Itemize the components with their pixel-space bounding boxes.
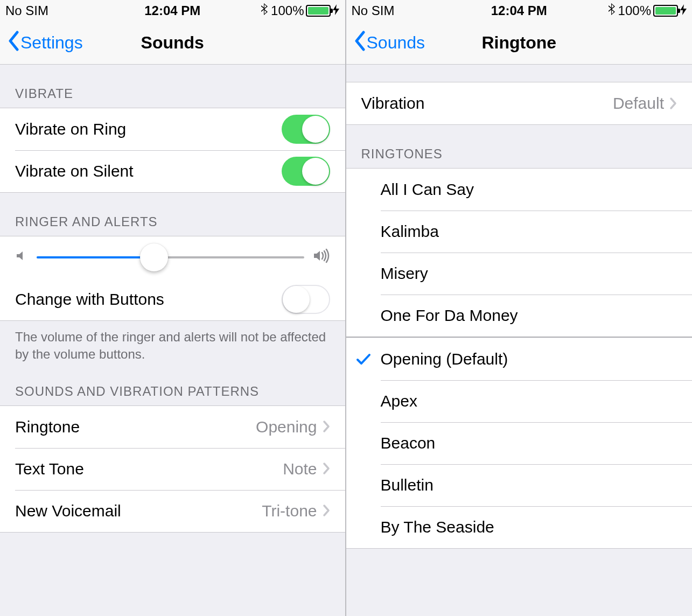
page-title: Sounds bbox=[141, 33, 204, 53]
label-text-tone: Text Tone bbox=[15, 460, 283, 478]
ringtone-label: By The Seaside bbox=[381, 518, 677, 536]
value-new-voicemail: Tri-tone bbox=[262, 502, 317, 520]
ringtone-item[interactable]: Bulletin bbox=[346, 464, 693, 506]
ringtone-item[interactable]: Kalimba bbox=[346, 211, 693, 253]
ringtone-label: Beacon bbox=[381, 434, 677, 452]
volume-high-icon bbox=[313, 248, 330, 268]
row-new-voicemail[interactable]: New Voicemail Tri-tone bbox=[0, 490, 345, 532]
section-header-sounds: SOUNDS AND VIBRATION PATTERNS bbox=[0, 369, 345, 405]
status-right: 100% bbox=[228, 3, 340, 19]
ringtone-item[interactable]: One For Da Money bbox=[346, 295, 693, 337]
chevron-left-icon bbox=[8, 31, 19, 55]
content-area: VIBRATE Vibrate on Ring Vibrate on Silen… bbox=[0, 65, 345, 616]
vibrate-group: Vibrate on Ring Vibrate on Silent bbox=[0, 108, 345, 193]
battery-icon bbox=[306, 5, 331, 17]
value-ringtone: Opening bbox=[256, 418, 317, 436]
vibration-group: Vibration Default bbox=[346, 82, 693, 125]
chevron-left-icon bbox=[354, 31, 366, 55]
bluetooth-icon bbox=[607, 3, 616, 19]
carrier-label: No SIM bbox=[5, 3, 117, 18]
clock-label: 12:04 PM bbox=[117, 3, 228, 18]
section-header-ringer: RINGER AND ALERTS bbox=[0, 193, 345, 236]
page-title: Ringtone bbox=[481, 33, 556, 53]
builtin-ringtones-group: Opening (Default) Apex Beacon Bulletin B… bbox=[346, 338, 693, 549]
ringtone-label: One For Da Money bbox=[381, 306, 677, 325]
volume-low-icon bbox=[15, 249, 28, 266]
label-vibrate-on-silent: Vibrate on Silent bbox=[15, 162, 282, 180]
toggle-change-with-buttons[interactable] bbox=[282, 285, 330, 314]
battery-icon bbox=[653, 5, 678, 17]
row-change-with-buttons[interactable]: Change with Buttons bbox=[0, 278, 345, 320]
ringtone-item[interactable]: Beacon bbox=[346, 422, 693, 464]
volume-slider-track[interactable] bbox=[37, 256, 304, 258]
back-button[interactable]: Settings bbox=[8, 31, 83, 55]
toggle-vibrate-on-silent[interactable] bbox=[282, 157, 330, 186]
back-label: Sounds bbox=[367, 33, 425, 53]
section-header-vibrate: VIBRATE bbox=[0, 65, 345, 108]
row-vibration[interactable]: Vibration Default bbox=[346, 82, 693, 124]
custom-ringtones-group: All I Can Say Kalimba Misery One For Da … bbox=[346, 168, 693, 337]
row-volume-slider[interactable] bbox=[0, 236, 345, 278]
label-vibrate-on-ring: Vibrate on Ring bbox=[15, 120, 282, 138]
label-vibration: Vibration bbox=[361, 94, 613, 113]
chevron-right-icon bbox=[323, 458, 330, 479]
row-vibrate-on-ring[interactable]: Vibrate on Ring bbox=[0, 108, 345, 150]
ringer-group: Change with Buttons bbox=[0, 236, 345, 321]
chevron-right-icon bbox=[323, 416, 330, 437]
charging-icon bbox=[680, 4, 687, 18]
toggle-vibrate-on-ring[interactable] bbox=[282, 115, 330, 144]
back-button[interactable]: Sounds bbox=[354, 31, 425, 55]
back-label: Settings bbox=[20, 33, 83, 53]
ringtone-label: Opening (Default) bbox=[381, 350, 677, 368]
sounds-group: Ringtone Opening Text Tone Note New Voic… bbox=[0, 405, 345, 533]
ringtone-label: Bulletin bbox=[381, 476, 677, 494]
nav-bar: Settings Sounds bbox=[0, 22, 345, 65]
row-vibrate-on-silent[interactable]: Vibrate on Silent bbox=[0, 150, 345, 192]
nav-bar: Sounds Ringtone bbox=[346, 22, 693, 65]
ringtone-item[interactable]: Misery bbox=[346, 253, 693, 295]
status-bar: No SIM 12:04 PM 100% bbox=[0, 0, 345, 22]
clock-label: 12:04 PM bbox=[463, 3, 575, 18]
chevron-right-icon bbox=[323, 500, 330, 521]
ringtone-label: Apex bbox=[381, 392, 677, 410]
label-new-voicemail: New Voicemail bbox=[15, 502, 262, 520]
checkmark-icon bbox=[346, 338, 381, 380]
label-ringtone: Ringtone bbox=[15, 418, 256, 436]
content-area: Vibration Default RINGTONES All I Can Sa… bbox=[346, 65, 693, 616]
battery-percent: 100% bbox=[271, 3, 304, 18]
ringtone-item[interactable]: By The Seaside bbox=[346, 506, 693, 548]
ringtone-settings-screen: No SIM 12:04 PM 100% Sounds Ringt bbox=[346, 0, 693, 616]
ringtone-label: Kalimba bbox=[381, 222, 677, 241]
row-text-tone[interactable]: Text Tone Note bbox=[0, 448, 345, 490]
ringtone-item[interactable]: All I Can Say bbox=[346, 169, 693, 211]
charging-icon bbox=[333, 4, 339, 18]
footer-ringer: The volume of the ringer and alerts will… bbox=[0, 321, 345, 369]
bluetooth-icon bbox=[260, 3, 269, 19]
battery-percent: 100% bbox=[618, 3, 651, 18]
volume-slider-thumb[interactable] bbox=[140, 243, 168, 271]
status-bar: No SIM 12:04 PM 100% bbox=[346, 0, 693, 22]
value-text-tone: Note bbox=[283, 460, 317, 478]
row-ringtone[interactable]: Ringtone Opening bbox=[0, 406, 345, 448]
section-header-ringtones: RINGTONES bbox=[346, 125, 693, 168]
sounds-settings-screen: No SIM 12:04 PM 100% Settings Sou bbox=[0, 0, 346, 616]
status-right: 100% bbox=[575, 3, 687, 19]
carrier-label: No SIM bbox=[352, 3, 464, 18]
ringtone-label: Misery bbox=[381, 264, 677, 283]
label-change-with-buttons: Change with Buttons bbox=[15, 290, 282, 309]
ringtone-item-selected[interactable]: Opening (Default) bbox=[346, 338, 693, 380]
ringtone-item[interactable]: Apex bbox=[346, 380, 693, 422]
ringtone-label: All I Can Say bbox=[381, 180, 677, 199]
value-vibration: Default bbox=[613, 94, 664, 113]
chevron-right-icon bbox=[669, 93, 677, 114]
